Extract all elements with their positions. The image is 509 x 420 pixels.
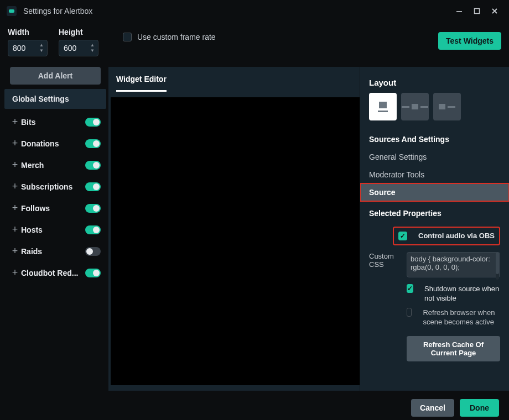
plus-icon: + [9, 202, 21, 214]
width-group: Width ▲▼ [8, 28, 48, 56]
right-panel: Layout Sources And Settings General Sett… [360, 67, 509, 391]
center-panel: Widget Editor [108, 67, 360, 391]
toggle-raids[interactable] [85, 247, 101, 256]
plus-icon: + [9, 224, 21, 235]
footer: Cancel Done [0, 391, 509, 420]
sidebar-item-subscriptions[interactable]: + Subscriptions [4, 176, 106, 197]
toggle-cloudbot[interactable] [85, 269, 101, 277]
layout-title: Layout [360, 75, 509, 93]
svg-rect-0 [456, 11, 462, 12]
plus-icon: + [9, 159, 21, 171]
menu-general-settings[interactable]: General Settings [360, 148, 509, 166]
custom-frame-rate-checkbox[interactable] [123, 33, 132, 41]
toolbar: Width ▲▼ Height ▲▼ Use custom frame rate… [0, 22, 509, 67]
custom-css-label: Custom CSS [369, 252, 402, 269]
sidebar-item-label: Donations [21, 139, 85, 148]
layout-option-stacked[interactable] [369, 93, 397, 120]
cancel-button[interactable]: Cancel [411, 399, 454, 417]
test-widgets-button[interactable]: Test Widgets [438, 32, 501, 50]
sidebar-item-label: Hosts [21, 225, 85, 234]
tabbar: Widget Editor [108, 67, 360, 92]
sidebar-item-label: Subscriptions [21, 182, 85, 191]
width-label: Width [8, 28, 48, 36]
control-audio-label: Control audio via OBS [418, 231, 495, 241]
custom-frame-rate: Use custom frame rate [123, 28, 216, 42]
plus-icon: + [9, 116, 21, 128]
sidebar-item-label: Follows [21, 204, 85, 213]
tab-widget-editor[interactable]: Widget Editor [116, 67, 167, 92]
titlebar: Settings for Alertbox [0, 0, 509, 22]
plus-icon: + [9, 138, 21, 149]
svg-rect-1 [475, 9, 480, 14]
sidebar-item-merch[interactable]: + Merch [4, 154, 106, 176]
control-audio-checkbox[interactable] [398, 232, 407, 240]
custom-css-textarea[interactable] [407, 252, 500, 277]
add-alert-button[interactable]: Add Alert [10, 67, 101, 85]
sidebar-item-raids[interactable]: + Raids [4, 240, 106, 262]
sidebar-item-label: Raids [21, 247, 85, 256]
sidebar-item-bits[interactable]: + Bits [4, 111, 106, 133]
sidebar-item-label: Cloudbot Red... [21, 269, 85, 277]
selected-properties-title: Selected Properties [360, 201, 509, 222]
layout-option-side[interactable] [433, 93, 461, 120]
refresh-browser-label: Refresh browser when scene becomes activ… [423, 308, 500, 327]
custom-frame-rate-label: Use custom frame rate [137, 32, 216, 42]
minimize-button[interactable] [451, 3, 467, 19]
menu-moderator-tools[interactable]: Moderator Tools [360, 166, 509, 183]
sidebar-item-hosts[interactable]: + Hosts [4, 219, 106, 240]
sidebar-item-follows[interactable]: + Follows [4, 197, 106, 219]
toggle-bits[interactable] [85, 118, 101, 127]
height-stepper[interactable]: ▲▼ [89, 40, 96, 56]
window-title: Settings for Alertbox [23, 7, 92, 15]
height-label: Height [59, 28, 98, 36]
sidebar-item-label: Merch [21, 161, 85, 170]
toggle-donations[interactable] [85, 139, 101, 148]
plus-icon: + [9, 181, 21, 192]
done-button[interactable]: Done [460, 399, 499, 417]
width-stepper[interactable]: ▲▼ [38, 40, 45, 56]
height-group: Height ▲▼ [59, 28, 98, 56]
toggle-merch[interactable] [85, 161, 101, 170]
layout-options [360, 93, 509, 129]
shutdown-label: Shutdown source when not visible [424, 284, 500, 303]
sidebar-item-donations[interactable]: + Donations [4, 133, 106, 154]
refresh-browser-checkbox[interactable] [407, 308, 412, 317]
main: Add Alert Global Settings + Bits + Donat… [0, 67, 509, 391]
toggle-hosts[interactable] [85, 225, 101, 234]
menu-source[interactable]: Source [360, 183, 509, 201]
global-settings[interactable]: Global Settings [4, 89, 106, 109]
sidebar-item-label: Bits [21, 118, 85, 127]
plus-icon: + [9, 245, 21, 257]
sidebar-item-cloudbot[interactable]: + Cloudbot Red... [4, 262, 106, 284]
control-audio-highlight: Control audio via OBS [393, 227, 500, 245]
refresh-cache-button[interactable]: Refresh Cache Of Current Page [407, 336, 500, 361]
css-scrollbar[interactable] [496, 252, 499, 280]
sources-title: Sources And Settings [360, 129, 509, 148]
close-button[interactable] [487, 3, 502, 19]
toggle-follows[interactable] [85, 204, 101, 213]
plus-icon: + [9, 267, 21, 279]
shutdown-checkbox[interactable] [407, 284, 413, 293]
app-icon [7, 6, 17, 16]
sidebar: Add Alert Global Settings + Bits + Donat… [0, 67, 108, 391]
maximize-button[interactable] [469, 3, 485, 19]
toggle-subscriptions[interactable] [85, 182, 101, 191]
preview-area [111, 97, 360, 385]
layout-option-centered[interactable] [401, 93, 429, 120]
